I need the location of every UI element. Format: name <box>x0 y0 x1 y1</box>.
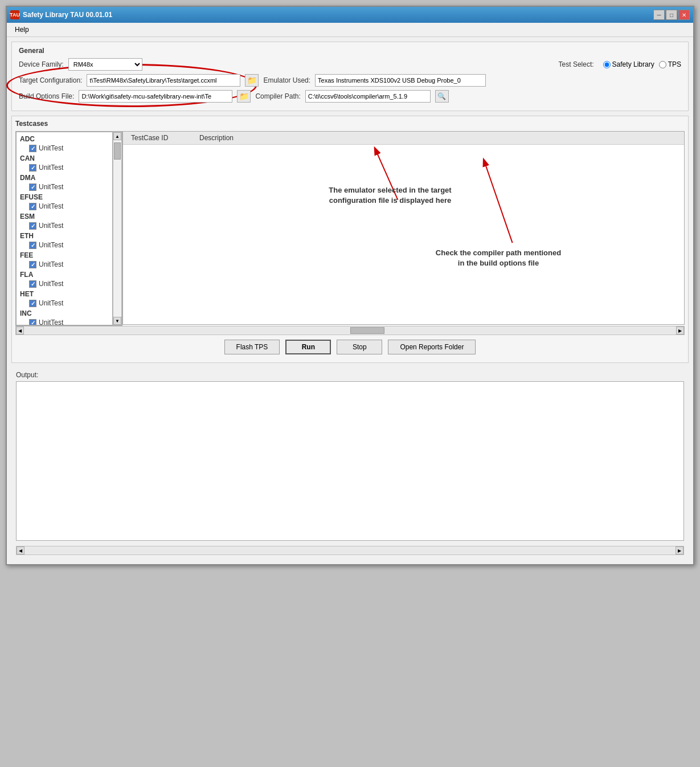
checkbox-fla-unittest[interactable]: ✓ <box>29 280 36 288</box>
build-options-group: Build Options File: 📁 <box>19 90 251 103</box>
tree-group-label-fee[interactable]: FEE <box>18 251 111 260</box>
tree-item-label-efuse-unittest: UnitTest <box>39 202 63 210</box>
bottom-hscroll-right[interactable]: ▶ <box>676 546 683 554</box>
tree-item-eth-unittest[interactable]: ✓ UnitTest <box>18 240 111 250</box>
menu-item-help[interactable]: Help <box>10 25 34 35</box>
emulator-input[interactable] <box>315 74 486 87</box>
tree-item-esm-unittest[interactable]: ✓ UnitTest <box>18 221 111 230</box>
compiler-path-search-button[interactable]: 🔍 <box>435 90 449 103</box>
bottom-hscroll-left[interactable]: ◀ <box>17 546 24 554</box>
checkbox-efuse-unittest[interactable]: ✓ <box>29 203 36 210</box>
tree-item-label-inc-unittest: UnitTest <box>39 319 63 325</box>
general-label: General <box>19 47 681 55</box>
tree-group-label-eth[interactable]: ETH <box>18 231 111 240</box>
stop-button[interactable]: Stop <box>337 340 382 354</box>
title-bar-controls: ─ □ ✕ <box>653 10 690 20</box>
tree-item-label-esm-unittest: UnitTest <box>39 222 63 230</box>
tree-item-het-unittest[interactable]: ✓ UnitTest <box>18 299 111 308</box>
radio-tps-text: TPS <box>668 60 681 68</box>
checkbox-inc-unittest[interactable]: ✓ <box>29 319 36 326</box>
target-config-browse-button[interactable]: 📁 <box>245 74 259 87</box>
close-button[interactable]: ✕ <box>678 10 690 20</box>
tree-item-label-can-unittest: UnitTest <box>39 164 63 172</box>
tree-group-label-dma[interactable]: DMA <box>18 173 111 182</box>
checkbox-can-unittest[interactable]: ✓ <box>29 164 36 172</box>
tree-group-fee: FEE ✓ UnitTest <box>18 251 111 269</box>
open-reports-button[interactable]: Open Reports Folder <box>388 340 476 354</box>
radio-tps-label[interactable]: TPS <box>659 60 681 68</box>
tree-item-dma-unittest[interactable]: ✓ UnitTest <box>18 182 111 191</box>
tree-item-adc-unittest[interactable]: ✓ UnitTest <box>18 144 111 153</box>
testcases-section: Testcases ADC ✓ UnitTest <box>11 116 689 363</box>
hscroll-thumb[interactable] <box>350 327 384 334</box>
tree-vertical-scrollbar[interactable]: ▲ ▼ <box>113 132 122 325</box>
output-label: Output: <box>16 371 684 379</box>
tree-group-label-fla[interactable]: FLA <box>18 270 111 279</box>
checkbox-het-unittest[interactable]: ✓ <box>29 300 36 307</box>
checkbox-dma-unittest[interactable]: ✓ <box>29 183 36 191</box>
menu-bar: Help <box>7 23 693 37</box>
tree-item-label-fee-unittest: UnitTest <box>39 260 63 268</box>
compiler-path-group: Compiler Path: 🔍 <box>255 90 448 103</box>
scroll-up-arrow[interactable]: ▲ <box>113 132 121 140</box>
compiler-path-label: Compiler Path: <box>255 92 300 100</box>
tree-group-label-can[interactable]: CAN <box>18 154 111 163</box>
tree-group-label-het[interactable]: HET <box>18 289 111 299</box>
scroll-down-arrow[interactable]: ▼ <box>113 317 121 325</box>
radio-tps[interactable] <box>659 61 666 68</box>
tree-item-efuse-unittest[interactable]: ✓ UnitTest <box>18 202 111 211</box>
testcases-label: Testcases <box>15 120 685 128</box>
tree-group-het: HET ✓ UnitTest <box>18 289 111 308</box>
minimize-button[interactable]: ─ <box>653 10 665 20</box>
row-build-options: Build Options File: 📁 Compiler Path: 🔍 <box>19 90 681 103</box>
tree-item-label-fla-unittest: UnitTest <box>39 280 63 288</box>
annotation-compiler-text: Check the compiler path mentioned in the… <box>407 248 590 268</box>
tree-group-label-adc[interactable]: ADC <box>18 134 111 144</box>
tree-group-label-esm[interactable]: ESM <box>18 212 111 221</box>
tree-group-label-efuse[interactable]: EFUSE <box>18 193 111 202</box>
target-config-label: Target Configuration: <box>19 76 82 84</box>
tree-item-label-adc-unittest: UnitTest <box>39 144 63 152</box>
annotation-emulator-text: The emulator selected in the target conf… <box>310 185 470 206</box>
test-select-group: Test Select: Safety Library TPS <box>559 60 681 68</box>
maximize-button[interactable]: □ <box>666 10 677 20</box>
testcases-layout: ADC ✓ UnitTest CAN ✓ UnitTest <box>15 131 685 326</box>
tree-item-label-het-unittest: UnitTest <box>39 299 63 307</box>
checkbox-eth-unittest[interactable]: ✓ <box>29 242 36 249</box>
output-textarea[interactable] <box>16 381 684 541</box>
scroll-thumb[interactable] <box>114 142 121 160</box>
tree-item-fee-unittest[interactable]: ✓ UnitTest <box>18 260 111 269</box>
bottom-scrollbar[interactable]: ◀ ▶ <box>16 546 684 555</box>
compiler-path-input[interactable] <box>305 90 431 103</box>
table-header: TestCase ID Description <box>123 132 684 145</box>
tree-item-inc-unittest[interactable]: ✓ UnitTest <box>18 318 111 325</box>
checkbox-adc-unittest[interactable]: ✓ <box>29 145 36 152</box>
tree-item-fla-unittest[interactable]: ✓ UnitTest <box>18 279 111 288</box>
radio-safety-library-text: Safety Library <box>612 60 654 68</box>
tree-item-can-unittest[interactable]: ✓ UnitTest <box>18 163 111 172</box>
hscroll-right-arrow[interactable]: ▶ <box>676 327 684 334</box>
target-config-input[interactable] <box>87 74 240 87</box>
tree-group-fla: FLA ✓ UnitTest <box>18 270 111 288</box>
title-bar: TAU Safety Library TAU 00.01.01 ─ □ ✕ <box>7 7 693 23</box>
radio-safety-library-label[interactable]: Safety Library <box>603 60 654 68</box>
build-options-browse-button[interactable]: 📁 <box>237 90 251 103</box>
table-horizontal-scrollbar[interactable]: ◀ ▶ <box>15 326 685 335</box>
run-button[interactable]: Run <box>285 340 331 354</box>
build-options-input[interactable] <box>79 90 232 103</box>
checkbox-fee-unittest[interactable]: ✓ <box>29 261 36 268</box>
title-bar-left: TAU Safety Library TAU 00.01.01 <box>10 10 112 19</box>
output-section: Output: <box>11 368 689 546</box>
target-config-group: Target Configuration: 📁 <box>19 74 259 87</box>
tree-panel: ADC ✓ UnitTest CAN ✓ UnitTest <box>15 131 122 326</box>
radio-safety-library[interactable] <box>603 61 611 68</box>
hscroll-left-arrow[interactable]: ◀ <box>16 327 24 334</box>
device-family-select[interactable]: RM48x <box>68 58 142 71</box>
checkbox-esm-unittest[interactable]: ✓ <box>29 222 36 230</box>
flash-tps-button[interactable]: Flash TPS <box>224 340 280 354</box>
table-and-annotations: TestCase ID Description <box>122 131 685 326</box>
action-buttons: Flash TPS Run Stop Open Reports Folder <box>15 335 685 359</box>
tree-group-eth: ETH ✓ UnitTest <box>18 231 111 250</box>
tree-item-label-eth-unittest: UnitTest <box>39 241 63 249</box>
tree-group-label-inc[interactable]: INC <box>18 309 111 318</box>
